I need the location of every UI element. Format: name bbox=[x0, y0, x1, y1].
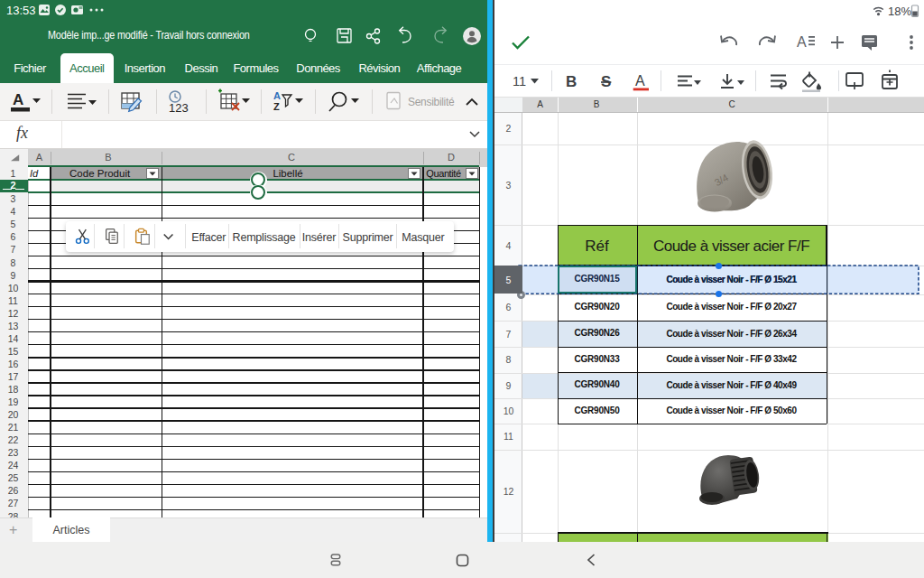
svg-text:Z: Z bbox=[273, 101, 280, 112]
svg-text:123: 123 bbox=[169, 101, 189, 115]
svg-text:A: A bbox=[797, 34, 807, 50]
svg-text:B: B bbox=[566, 73, 577, 90]
svg-text:A: A bbox=[635, 73, 645, 89]
svg-text:18%: 18% bbox=[888, 5, 911, 18]
svg-text:A: A bbox=[273, 90, 281, 101]
svg-text:Sensibilité: Sensibilité bbox=[408, 96, 455, 108]
svg-text:A: A bbox=[13, 91, 23, 108]
svg-text:S: S bbox=[601, 73, 611, 90]
svg-text:11: 11 bbox=[513, 74, 526, 89]
